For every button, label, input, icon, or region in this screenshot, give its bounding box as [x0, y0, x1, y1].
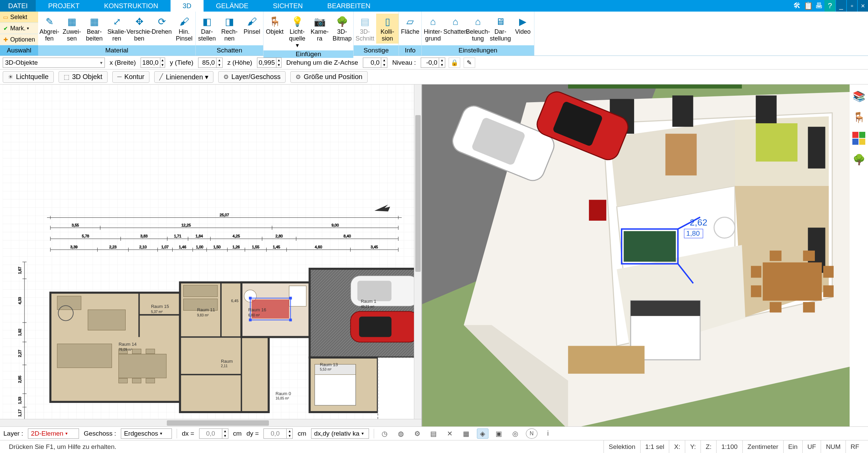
status-mode: Selektion — [604, 440, 640, 453]
menu-tab-sichten[interactable]: SICHTEN — [261, 0, 315, 12]
ribbon-button[interactable]: 🪑Objekt — [263, 14, 286, 44]
ribbon-button[interactable]: ⤢Skalie-ren — [106, 14, 128, 44]
svg-text:1,67: 1,67 — [18, 267, 22, 274]
layer-combo[interactable]: 2D-Elemen — [28, 428, 79, 439]
svg-text:1,71: 1,71 — [174, 234, 181, 238]
lock-button[interactable]: 🔒 — [449, 58, 460, 68]
ribbon-button[interactable]: ⟳Drehen — [150, 14, 173, 44]
status-selection: 1:1 sel — [640, 440, 669, 453]
y-input[interactable]: 85,0▲▼ — [198, 58, 223, 68]
tool-gear-icon[interactable]: ⚙ — [412, 428, 423, 439]
status-z: Z: — [701, 440, 716, 453]
toolbar2-button[interactable]: ⚙Größe und Position — [290, 71, 367, 83]
ribbon-button[interactable]: ✎Abgrei-fen — [38, 14, 61, 44]
tool-target-icon[interactable]: ◎ — [510, 428, 521, 439]
window-restore-button[interactable]: ▫ — [847, 0, 857, 12]
titlebar-tools-icon[interactable]: 🛠 — [792, 0, 803, 12]
svg-rect-218 — [665, 134, 697, 176]
svg-text:Raum 1: Raum 1 — [361, 299, 376, 304]
svg-text:1,07: 1,07 — [161, 245, 168, 249]
svg-text:5,37 m²: 5,37 m² — [151, 310, 163, 314]
tree-icon[interactable]: 🌳 — [852, 153, 866, 166]
scrollbar-horizontal-2d[interactable] — [0, 419, 421, 426]
tool-snap-icon[interactable]: ✕ — [444, 428, 456, 439]
tool-n-icon[interactable]: N — [526, 428, 537, 439]
titlebar-print-icon[interactable]: 🖶 — [814, 0, 824, 12]
ribbon-button[interactable]: 🖌Hin.Pinsel — [173, 14, 195, 44]
toolbar2-button[interactable]: ☀Lichtquelle — [3, 71, 54, 83]
z-input[interactable]: 0,995▲▼ — [257, 58, 282, 68]
chair-icon[interactable]: 🪑 — [852, 110, 866, 124]
window-minimize-button[interactable]: _ — [836, 0, 846, 12]
menu-tab-konstruktion[interactable]: KONSTRUKTION — [92, 0, 171, 12]
niveau-input[interactable]: -0,0▲▼ — [421, 58, 445, 68]
ribbon-group-einfuegen: 🪑Objekt💡Licht-quelle ▾📷Kame-ra🌳3D-Bitmap… — [263, 12, 354, 56]
tool-info-icon[interactable]: i — [542, 428, 554, 439]
ribbon-button[interactable]: ⌂Hinter-grund — [422, 14, 444, 44]
svg-rect-210 — [756, 95, 776, 123]
ribbon-button[interactable]: 🌳3D-Bitmap — [331, 14, 353, 44]
menu-tab-gelaende[interactable]: GELÄNDE — [204, 0, 261, 12]
edit-external-button[interactable]: ✎ — [464, 58, 475, 68]
view-2d-floorplan[interactable]: 25,07 3,5512,259,00 5,783,831,711,844,25… — [0, 84, 422, 426]
svg-text:2,62: 2,62 — [690, 217, 707, 228]
ribbon-button[interactable]: ▯Kolli-sion — [376, 14, 399, 44]
floor-combo[interactable]: Erdgeschos — [121, 428, 172, 439]
layers-icon[interactable]: 📚 — [852, 89, 866, 103]
svg-text:Raum 13: Raum 13 — [320, 362, 338, 367]
ribbon-button[interactable]: ▱Fläche — [399, 14, 421, 44]
menu-tab-datei[interactable]: DATEI — [0, 0, 36, 12]
rotation-input[interactable]: 0,0▲▼ — [363, 58, 387, 68]
ribbon-button[interactable]: 🖥Dar-stellung — [489, 14, 512, 44]
svg-text:8,40: 8,40 — [343, 234, 351, 238]
tool-layers-icon[interactable]: ▤ — [428, 428, 439, 439]
ribbon-button[interactable]: 💡Licht-quelle ▾ — [286, 14, 308, 50]
ribbon-button[interactable]: ▦Zuwei-sen — [61, 14, 83, 44]
svg-rect-209 — [672, 95, 693, 127]
mark-button[interactable]: ✔Mark. ▾ — [0, 23, 38, 34]
menu-tab-projekt[interactable]: PROJEKT — [36, 0, 92, 12]
ribbon-button[interactable]: ◨Rech-nen — [218, 14, 241, 44]
ribbon-group-schatten: ◧Dar-stellen◨Rech-nen🖌PinselSchatten — [196, 12, 263, 56]
ribbon-group-einstellungen: ⌂Hinter-grund⌂Schatten⌂Beleuch-tung🖥Dar-… — [422, 12, 534, 56]
scrollbar-vertical-2d[interactable] — [414, 84, 421, 419]
svg-rect-227 — [803, 251, 815, 261]
x-input[interactable]: 180,0▲▼ — [141, 58, 165, 68]
toolbar2-button[interactable]: ─Kontur — [112, 71, 150, 83]
ribbon-button[interactable]: ⌂Schatten — [444, 14, 467, 44]
options-button[interactable]: ✚Optionen — [0, 34, 38, 45]
ribbon-left-column: ▭Selekt ✔Mark. ▾ ✚Optionen Auswahl — [0, 12, 38, 56]
tool-grid-icon[interactable]: ▣ — [493, 428, 505, 439]
window-close-button[interactable]: × — [858, 0, 868, 12]
menu-tab-bearbeiten[interactable]: BEARBEITEN — [315, 0, 383, 12]
color-palette-icon[interactable] — [852, 131, 866, 145]
toolbar2-button[interactable]: ╱Linienenden ▾ — [154, 71, 213, 83]
titlebar-clipboard-icon[interactable]: 📋 — [803, 0, 814, 12]
ribbon-button[interactable]: ▶Video — [512, 14, 534, 44]
tool-shade-icon[interactable]: ◈ — [477, 428, 488, 439]
tool-globe-icon[interactable]: ◍ — [395, 428, 407, 439]
tool-hatch-icon[interactable]: ▦ — [461, 428, 472, 439]
svg-rect-223 — [751, 285, 761, 297]
ribbon-button[interactable]: ⌂Beleuch-tung — [467, 14, 489, 44]
x-label: x (Breite) — [108, 59, 137, 66]
dx-input[interactable]: 0,0▲▼ — [199, 428, 228, 439]
dy-input[interactable]: 0,0▲▼ — [263, 428, 293, 439]
view-3d-scene[interactable]: 2,62 1,80 — [422, 84, 850, 426]
tool-clock-icon[interactable]: ◷ — [379, 428, 390, 439]
select-button[interactable]: ▭Selekt — [0, 12, 38, 23]
ribbon-button[interactable]: 🖌Pinsel — [241, 14, 263, 44]
titlebar-help-icon[interactable]: ? — [824, 0, 835, 12]
ribbon-button[interactable]: ✥Verschie-ben — [128, 14, 150, 44]
menu-tab-3d[interactable]: 3D — [171, 0, 204, 12]
svg-text:12,25: 12,25 — [181, 223, 191, 227]
ribbon-button[interactable]: ▦Bear-beiten — [83, 14, 106, 44]
relative-combo[interactable]: dx,dy (relativ ka — [311, 428, 369, 439]
ribbon-button[interactable]: 📷Kame-ra — [308, 14, 331, 44]
toolbar2-button[interactable]: ⬚3D Objekt — [59, 71, 108, 83]
toolbar2-button[interactable]: ⚙Layer/Geschoss — [218, 71, 286, 83]
object-category-combo[interactable]: 3D-Objekte — [3, 58, 105, 68]
ribbon-button[interactable]: ▤3D-Schnitt — [354, 14, 376, 44]
svg-rect-211 — [808, 127, 825, 169]
ribbon-button[interactable]: ◧Dar-stellen — [196, 14, 218, 44]
